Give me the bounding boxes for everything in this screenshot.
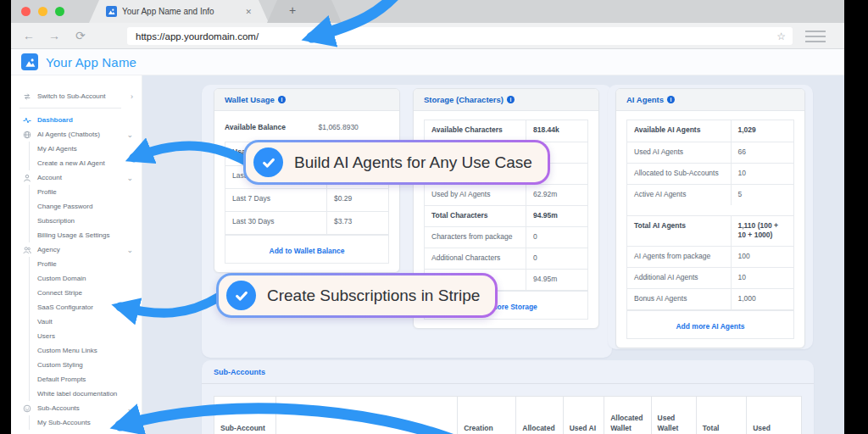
- table-row: Total Characters94.95m: [425, 205, 587, 226]
- sidebar-item-change-password[interactable]: Change Password: [29, 199, 142, 214]
- tab-title: Your App Name and Info: [122, 7, 240, 16]
- row-value: 10: [731, 268, 793, 288]
- column-header-total-characters: Total Characters: [697, 397, 747, 434]
- window-controls: [21, 7, 64, 16]
- sidebar-item-custom-menu-links[interactable]: Custom Menu Links: [29, 343, 142, 358]
- sidebar-item-dashboard[interactable]: Dashboard: [11, 113, 142, 127]
- sidebar-item-profile[interactable]: Profile: [29, 185, 142, 199]
- sidebar-divider: [19, 108, 121, 108]
- row-value: 1,029: [731, 120, 793, 142]
- sidebar-item-label: Custom Menu Links: [37, 347, 135, 355]
- sidebar-item-subscription[interactable]: Subscription: [29, 214, 142, 228]
- sidebar-item-label: Subscription: [37, 217, 135, 225]
- row-value: 5: [731, 185, 793, 205]
- callout-create-subscriptions: Create Subscriptions in Stripe: [216, 273, 498, 318]
- wallet-usage-title: Wallet Usage: [225, 95, 275, 104]
- sidebar-item-connect-stripe[interactable]: Connect Stripe: [29, 286, 142, 300]
- row-label: Last 30 Days: [225, 212, 326, 234]
- browser-window: Your App Name and Info ✕ + ← → ⟳ https:/…: [11, 0, 844, 434]
- sidebar-item-my-ai-agents[interactable]: My AI Agents: [29, 142, 142, 156]
- sidebar-item-account[interactable]: Account⌄: [11, 170, 142, 185]
- sidebar-item-label: Custom Domain: [37, 275, 135, 283]
- row-label: AI Agents from package: [627, 247, 731, 267]
- column-header-used-wallet-balance: Used Wallet Balance: [652, 397, 697, 434]
- table-row: Additional AI Agents10: [627, 267, 793, 288]
- sidebar-item-custom-domain[interactable]: Custom Domain: [29, 271, 142, 286]
- sidebar-item-billing-usage-settings[interactable]: Billing Usage & Settings: [29, 228, 142, 242]
- sidebar-item-users[interactable]: Users: [29, 329, 142, 343]
- sidebar-item-label: Switch to Sub-Account: [37, 92, 127, 101]
- sidebar-item-label: Create a new AI Agent: [37, 159, 135, 168]
- sidebar-item-profile[interactable]: Profile: [29, 257, 142, 271]
- sidebar-item-agency[interactable]: Agency⌄: [11, 242, 142, 257]
- add-more-ai-agents-link[interactable]: Add more AI Agents: [676, 322, 744, 331]
- close-tab-icon[interactable]: ✕: [245, 8, 252, 16]
- close-window-button[interactable]: [21, 7, 31, 16]
- column-header-creation-method: Creation Method: [458, 397, 516, 434]
- sidebar-item-custom-styling[interactable]: Custom Styling: [29, 358, 142, 372]
- address-bar[interactable]: https://app.yourdomain.com/ ☆: [127, 27, 793, 45]
- sidebar-item-vault[interactable]: Vault: [29, 314, 142, 329]
- user-icon: [23, 174, 31, 182]
- available-balance-row: Available Balance $1,065.8930: [225, 123, 389, 131]
- sidebar-item-default-prompts[interactable]: Default Prompts: [29, 372, 142, 387]
- table-row: Characters from package0: [425, 226, 587, 248]
- sub-accounts-panel: Sub-Accounts Sub-Account NameAdmin Email…: [202, 360, 814, 434]
- sidebar-item-label: Vault: [37, 318, 135, 326]
- browser-menu-icon[interactable]: [805, 31, 826, 42]
- forward-icon[interactable]: →: [48, 28, 60, 43]
- inactive-tab-shape: [267, 0, 342, 23]
- row-value: 94.95m: [526, 206, 587, 226]
- sidebar-item-create-a-new-ai-agent[interactable]: Create a new AI Agent: [29, 156, 142, 170]
- row-label: Total Characters: [425, 206, 526, 226]
- column-header-used-characters: Used Characters: [747, 397, 802, 434]
- sidebar-item-label: Billing Usage & Settings: [37, 231, 135, 240]
- sidebar-item-white-label-documentation[interactable]: White label documentation: [29, 387, 142, 401]
- sidebar-nav: Switch to Sub-Account›DashboardAI Agents…: [11, 75, 142, 434]
- reload-icon[interactable]: ⟳: [75, 28, 86, 43]
- bookmark-star-icon[interactable]: ☆: [776, 31, 786, 42]
- table-row: Available Characters818.44k: [425, 120, 587, 142]
- app-body: Switch to Sub-Account›DashboardAI Agents…: [11, 75, 844, 434]
- column-header-used-ai-agents: Used AI Agents: [564, 397, 604, 434]
- sidebar-item-sub-accounts[interactable]: Sub-Accounts⌄: [11, 401, 142, 415]
- sidebar-item-label: Account: [37, 174, 123, 182]
- add-to-wallet-balance-link[interactable]: Add to Wallet Balance: [270, 247, 345, 255]
- chevron-down-icon: ⌄: [126, 131, 133, 139]
- browser-toolbar: ← → ⟳ https://app.yourdomain.com/ ☆: [11, 23, 844, 49]
- row-label: Bonus AI Agents: [627, 289, 731, 309]
- sidebar-item-label: Change Password: [37, 203, 135, 211]
- info-icon[interactable]: i: [278, 96, 286, 103]
- sidebar-item-my-sub-accounts[interactable]: My Sub-Accounts: [29, 415, 142, 430]
- sidebar-item-label: My AI Agents: [37, 145, 135, 153]
- row-value: 0: [526, 248, 587, 269]
- row-value: 0: [526, 227, 587, 248]
- zoom-window-button[interactable]: [55, 7, 64, 16]
- sidebar-item-label: White label documentation: [37, 390, 135, 398]
- row-label: Characters from package: [425, 227, 526, 248]
- app-logo-image-icon: [21, 53, 38, 70]
- sidebar-item-switch-to-sub-account[interactable]: Switch to Sub-Account›: [11, 89, 142, 103]
- users-icon: [23, 246, 31, 254]
- info-icon[interactable]: i: [507, 96, 515, 103]
- ai-agents-table: Available AI Agents1,029Used AI Agents66…: [626, 120, 794, 310]
- row-value: 1,110 (100 + 10 + 1000): [731, 216, 793, 246]
- row-value: 66: [731, 142, 793, 163]
- column-header-sub-account-name: Sub-Account Name: [214, 397, 276, 434]
- browser-tab[interactable]: Your App Name and Info ✕: [89, 0, 269, 23]
- sub-accounts-heading[interactable]: Sub-Accounts: [202, 360, 814, 384]
- row-label: Allocated to Sub-Accounts: [627, 164, 731, 184]
- url-text[interactable]: https://app.yourdomain.com/: [136, 31, 776, 42]
- sidebar-item-label: Dashboard: [37, 116, 133, 125]
- minimize-window-button[interactable]: [38, 7, 47, 16]
- info-icon[interactable]: i: [667, 96, 675, 103]
- new-tab-button[interactable]: +: [289, 3, 296, 17]
- chevron-down-icon: ⌄: [126, 404, 133, 413]
- sidebar-item-ai-agents-chatbots[interactable]: AI Agents (Chatbots)⌄: [11, 127, 142, 142]
- row-label: Additional Characters: [425, 248, 526, 269]
- sidebar-item-label: My Sub-Accounts: [37, 419, 135, 427]
- sidebar-item-saas-configurator[interactable]: SaaS Configurator: [29, 300, 142, 314]
- chevron-down-icon: ⌄: [126, 246, 133, 254]
- back-icon[interactable]: ←: [23, 28, 35, 43]
- sub-accounts-table-header: Sub-Account NameAdmin EmailCreation Meth…: [214, 396, 802, 434]
